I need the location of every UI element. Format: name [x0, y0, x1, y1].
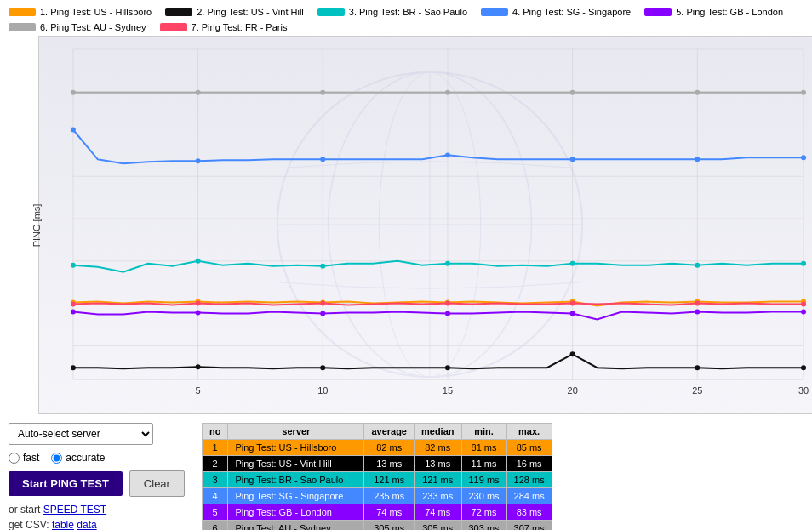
- svg-point-59: [445, 90, 450, 95]
- svg-point-44: [320, 157, 325, 162]
- data-cell: 3: [202, 472, 227, 488]
- svg-point-37: [320, 264, 325, 269]
- or-start-text: or start: [9, 504, 40, 516]
- svg-point-62: [801, 90, 806, 95]
- data-cell: 307 ms: [506, 521, 552, 531]
- table-header-server: server: [228, 424, 364, 440]
- fast-label: fast: [23, 452, 39, 464]
- chart-container: 5 10 15 20 25 30 PING [ms]: [38, 36, 812, 414]
- legend-item-6: 6. Ping Test: AU - Sydney: [9, 22, 146, 32]
- svg-point-29: [196, 364, 201, 369]
- start-ping-button[interactable]: Start PING TEST: [9, 471, 123, 496]
- data-cell: 1: [202, 440, 227, 456]
- table-row: 4Ping Test: SG - Singapore235 ms233 ms23…: [202, 488, 552, 504]
- data-cell: 233 ms: [414, 488, 461, 504]
- svg-point-41: [801, 261, 806, 266]
- legend-color-4: [481, 8, 508, 16]
- svg-point-48: [801, 155, 806, 160]
- legend-color-6: [9, 23, 36, 31]
- clear-button[interactable]: Clear: [129, 470, 185, 497]
- button-row: Start PING TEST Clear: [9, 470, 185, 497]
- server-cell: Ping Test: US - Hillsboro: [228, 440, 364, 456]
- y-axis-label: PING [ms]: [31, 203, 42, 247]
- data-cell: 305 ms: [364, 521, 415, 531]
- table-header-no: no: [202, 424, 227, 440]
- results-section: noserveraveragemedianmin.max. 1Ping Test…: [202, 423, 552, 530]
- legend-item-7: 7. Ping Test: FR - Paris: [160, 22, 288, 32]
- data-cell: 74 ms: [364, 504, 415, 521]
- svg-point-32: [570, 351, 575, 356]
- legend-label-7: 7. Ping Test: FR - Paris: [192, 22, 288, 32]
- radio-group: fast accurate: [9, 452, 185, 464]
- svg-point-28: [71, 365, 76, 370]
- server-cell: Ping Test: GB - London: [228, 504, 364, 521]
- svg-point-33: [695, 365, 700, 370]
- data-cell: 85 ms: [506, 440, 552, 456]
- data-cell: 121 ms: [414, 472, 461, 488]
- data-cell: 230 ms: [461, 488, 506, 504]
- data-cell: 82 ms: [364, 440, 415, 456]
- server-cell: Ping Test: BR - Sao Paulo: [228, 472, 364, 488]
- svg-point-31: [445, 365, 450, 370]
- data-cell: 5: [202, 504, 227, 521]
- server-select[interactable]: Auto-select server: [9, 423, 153, 445]
- data-cell: 303 ms: [461, 521, 506, 531]
- legend-label-5: 5. Ping Test: GB - London: [676, 7, 783, 17]
- data-cell: 235 ms: [364, 488, 415, 504]
- svg-text:5: 5: [196, 385, 201, 396]
- svg-point-60: [570, 90, 575, 95]
- fast-radio-label[interactable]: fast: [9, 452, 39, 464]
- data-cell: 128 ms: [506, 472, 552, 488]
- svg-point-66: [445, 301, 450, 306]
- fast-radio[interactable]: [9, 453, 20, 464]
- svg-point-63: [71, 302, 76, 307]
- server-cell: Ping Test: US - Vint Hill: [228, 456, 364, 472]
- legend-item-3: 3. Ping Test: BR - Sao Paulo: [317, 7, 467, 17]
- table-row: 1Ping Test: US - Hillsboro82 ms82 ms81 m…: [202, 440, 552, 456]
- table-header-max.: max.: [506, 424, 552, 440]
- data-cell: 4: [202, 488, 227, 504]
- data-cell: 121 ms: [364, 472, 415, 488]
- svg-point-57: [196, 90, 201, 95]
- svg-point-64: [196, 301, 201, 306]
- svg-point-69: [801, 302, 806, 307]
- data-link[interactable]: data: [77, 519, 96, 530]
- svg-point-68: [695, 301, 700, 306]
- svg-text:10: 10: [317, 385, 328, 396]
- table-link[interactable]: table: [52, 519, 74, 530]
- svg-point-47: [695, 157, 700, 162]
- data-cell: 11 ms: [461, 456, 506, 472]
- legend-color-1: [9, 8, 36, 16]
- svg-text:30: 30: [798, 385, 809, 396]
- controls-panel: Auto-select server fast accurate Start P…: [9, 423, 185, 530]
- extra-links: or start SPEED TEST get CSV: table data: [9, 504, 185, 530]
- accurate-radio[interactable]: [51, 453, 62, 464]
- svg-point-38: [445, 261, 450, 266]
- svg-point-35: [71, 263, 76, 268]
- svg-point-61: [695, 90, 700, 95]
- get-csv-text: get CSV:: [9, 519, 49, 530]
- data-cell: 74 ms: [414, 504, 461, 521]
- legend-item-1: 1. Ping Test: US - Hillsboro: [9, 7, 152, 17]
- speed-test-link[interactable]: SPEED TEST: [43, 504, 106, 516]
- data-cell: 6: [202, 521, 227, 531]
- legend-item-4: 4. Ping Test: SG - Singapore: [481, 7, 631, 17]
- svg-text:25: 25: [692, 385, 702, 396]
- svg-point-43: [196, 158, 201, 163]
- table-row: 2Ping Test: US - Vint Hill13 ms13 ms11 m…: [202, 456, 552, 472]
- data-cell: 83 ms: [506, 504, 552, 521]
- data-cell: 305 ms: [414, 521, 461, 531]
- svg-point-65: [320, 301, 325, 306]
- svg-point-52: [445, 311, 450, 316]
- legend: 1. Ping Test: US - Hillsboro2. Ping Test…: [0, 0, 812, 36]
- svg-point-42: [71, 128, 76, 133]
- svg-point-45: [445, 152, 450, 157]
- data-cell: 13 ms: [364, 456, 415, 472]
- data-cell: 284 ms: [506, 488, 552, 504]
- svg-point-51: [320, 311, 325, 316]
- data-cell: 16 ms: [506, 456, 552, 472]
- svg-point-36: [196, 259, 201, 264]
- data-cell: 81 ms: [461, 440, 506, 456]
- accurate-radio-label[interactable]: accurate: [51, 452, 105, 464]
- data-cell: 2: [202, 456, 227, 472]
